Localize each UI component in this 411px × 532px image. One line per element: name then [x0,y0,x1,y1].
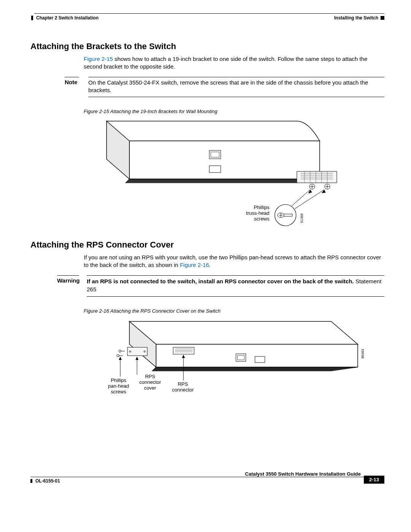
fig2-id: 86483 [361,349,365,358]
page-footer: Catalyst 3550 Switch Hardware Installati… [30,471,384,484]
figure-2-15-link[interactable]: Figure 2-15 [84,56,113,62]
svg-point-37 [119,350,121,352]
warning-label: Warning [57,277,80,284]
note-content: On the Catalyst 3550-24-FX switch, remov… [88,77,384,97]
svg-marker-24 [308,190,312,193]
footer-doc-title: Catalyst 3550 Switch Hardware Installati… [30,471,364,477]
note-label: Note [65,79,81,85]
figure-2-15: Phillipstruss-headscrews 51368 [84,118,342,228]
section2-paragraph: If you are not using an RPS with your sw… [84,254,384,268]
svg-point-39 [117,355,119,357]
fig2-annotation-cover: RPSconnectorcover [139,374,161,391]
header-chapter: Chapter 2 Switch Installation [30,15,99,21]
section1-paragraph: Figure 2-15 shows how to attach a 19-inc… [84,55,384,70]
fig1-id: 51368 [300,213,304,223]
fig2-annotation-connector: RPSconnector [172,382,194,393]
svg-rect-20 [284,214,292,216]
svg-point-35 [129,351,131,352]
section-title-rps: Attaching the RPS Connector Cover [30,240,384,250]
page-number: 2-13 [364,476,384,484]
figure-2-15-caption: Figure 2-15 Attaching the 19-Inch Bracke… [84,109,384,114]
svg-point-36 [144,351,145,352]
svg-marker-44 [135,357,139,360]
warning-content: If an RPS is not connected to the switch… [87,275,384,297]
figure-2-16: Phillipspan-headscrews RPSconnectorcover… [84,318,365,401]
fig1-annotation-screws: Phillipstruss-headscrews [239,205,269,222]
fig2-annotation-screws: Phillipspan-headscrews [108,378,129,395]
svg-line-23 [291,190,310,206]
header-section: Installing the Switch [334,15,384,21]
svg-marker-42 [119,357,122,360]
section-title-brackets: Attaching the Brackets to the Switch [30,42,384,51]
figure-2-16-caption: Figure 2-16 Attaching the RPS Connector … [84,308,384,314]
figure-2-16-link[interactable]: Figure 2-16 [180,262,209,268]
footer-doc-number: OL-6155-01 [35,478,60,484]
